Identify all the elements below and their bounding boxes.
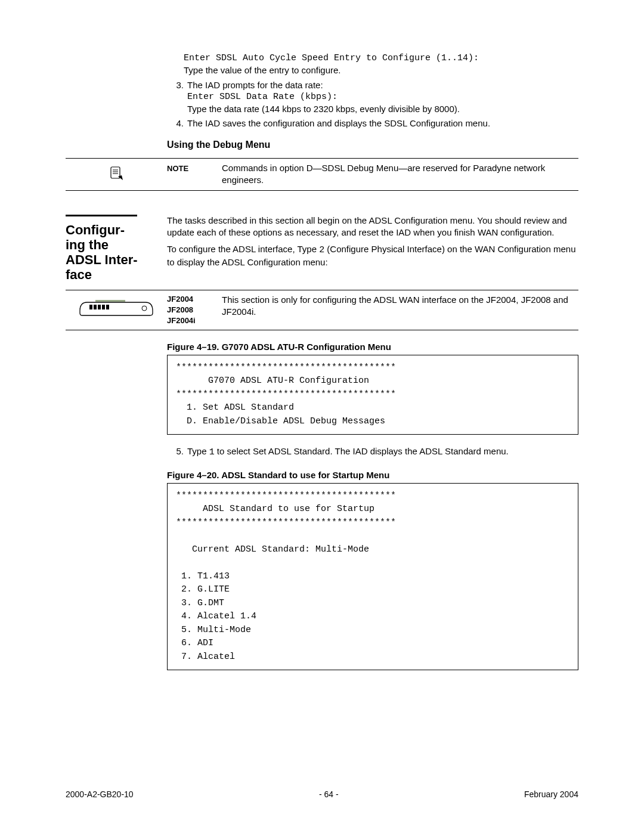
model-block: JF2004 JF2008 JF2004i This section is on… — [66, 290, 578, 331]
step-5-b: to select Set ADSL Standard. The IAD dis… — [215, 446, 509, 456]
step-5-num: 5. — [167, 445, 187, 459]
svg-rect-4 — [89, 305, 92, 309]
adsl-section: Configur- ing the ADSL Inter- face The t… — [66, 215, 578, 283]
model-list: JF2004 JF2008 JF2004i — [167, 294, 222, 327]
device-icon — [78, 296, 155, 317]
figure-4-19-terminal: ****************************************… — [167, 355, 578, 435]
footer-page-num: - 64 - — [319, 789, 339, 800]
step-5-text: Type 1 to select Set ADSL Standard. The … — [187, 445, 578, 459]
adsl-p2-a: To configure the ADSL interface, Type — [167, 244, 319, 254]
step-5-code: 1 — [209, 447, 215, 457]
step-3-num: 3. — [167, 79, 187, 116]
footer-date: February 2004 — [524, 789, 578, 800]
note-icon — [107, 165, 125, 185]
debug-menu-heading: Using the Debug Menu — [167, 138, 578, 151]
svg-rect-9 — [95, 300, 125, 302]
svg-rect-6 — [98, 305, 101, 309]
step-3-text: The IAD prompts for the data rate: — [187, 79, 578, 91]
step-3-desc: Type the data rate (144 kbps to 2320 kbp… — [187, 103, 578, 115]
page-footer: 2000-A2-GB20-10 - 64 - February 2004 — [66, 789, 578, 800]
adsl-p2-code: 2 — [319, 245, 324, 255]
figure-4-20-terminal: ****************************************… — [167, 483, 578, 671]
step-3: 3. The IAD prompts for the data rate: En… — [167, 79, 578, 116]
note-label: NOTE — [167, 162, 222, 187]
svg-rect-5 — [94, 305, 97, 309]
footer-doc-id: 2000-A2-GB20-10 — [66, 789, 134, 800]
note-block: NOTE Commands in option D—SDSL Debug Men… — [66, 158, 578, 191]
svg-rect-7 — [102, 305, 105, 309]
note-text: Commands in option D—SDSL Debug Menu—are… — [222, 162, 578, 187]
page: Enter SDSL Auto Cycle Speed Entry to Con… — [0, 0, 644, 833]
step-3-mono: Enter SDSL Data Rate (kbps): — [187, 91, 578, 103]
figure-4-20-caption: Figure 4–20. ADSL Standard to use for St… — [167, 469, 578, 481]
sdsl-auto-cycle-prompt: Enter SDSL Auto Cycle Speed Entry to Con… — [184, 52, 578, 64]
adsl-paragraph-2: To configure the ADSL interface, Type 2 … — [167, 243, 578, 269]
side-heading-rule — [66, 215, 137, 216]
adsl-paragraph-1: The tasks described in this section all … — [167, 215, 578, 239]
step-4-num: 4. — [167, 117, 187, 129]
svg-rect-8 — [106, 305, 109, 309]
side-heading: Configur- ing the ADSL Inter- face — [66, 222, 167, 283]
step-4: 4. The IAD saves the configuration and d… — [167, 117, 578, 129]
step-5: 5. Type 1 to select Set ADSL Standard. T… — [167, 445, 578, 459]
step-5-a: Type — [187, 446, 209, 456]
sdsl-auto-cycle-desc: Type the value of the entry to configure… — [184, 64, 578, 76]
intro-block: Enter SDSL Auto Cycle Speed Entry to Con… — [66, 52, 578, 156]
model-text: This section is only for configuring the… — [222, 294, 578, 327]
figure-4-19-caption: Figure 4–19. G7070 ADSL ATU-R Configurat… — [167, 341, 578, 353]
step-4-text: The IAD saves the configuration and disp… — [187, 117, 578, 129]
